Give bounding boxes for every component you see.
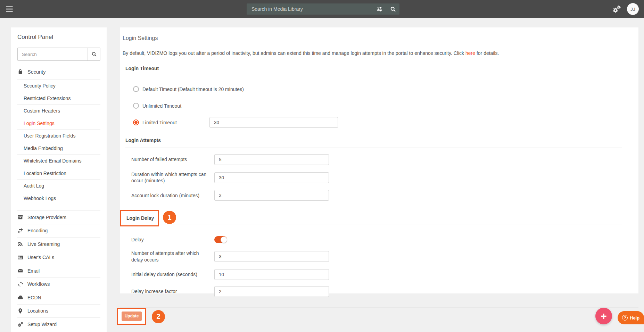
sidebar-item-label: Setup Wizard bbox=[27, 322, 57, 327]
login-delay-heading: Login Delay bbox=[126, 215, 154, 221]
delay-attempts-field: Number of attempts after which delay occ… bbox=[131, 250, 622, 263]
hamburger-menu-icon[interactable] bbox=[6, 5, 13, 13]
media-search-input[interactable] bbox=[247, 6, 373, 12]
sidebar-item-location-restriction[interactable]: Location Restriction bbox=[17, 167, 100, 179]
sidebar-item-user-registration-fields[interactable]: User Registration Fields bbox=[17, 129, 100, 142]
unlimited-timeout-option: Unlimited Timeout bbox=[133, 100, 622, 111]
login-attempts-heading: Login Attempts bbox=[125, 138, 622, 148]
sidebar-item-live-streaming[interactable]: Live Streaming bbox=[17, 237, 100, 251]
section-divider bbox=[125, 224, 622, 224]
security-subitems: Security Policy Restricted Extensions Cu… bbox=[17, 79, 100, 204]
radio-label: Default Timeout (Default timeout is 20 m… bbox=[142, 86, 244, 92]
delay-toggle[interactable] bbox=[214, 236, 227, 243]
delay-increase-factor-input[interactable] bbox=[214, 286, 329, 297]
sidebar-title: Control Panel bbox=[17, 34, 100, 41]
help-label: Help bbox=[630, 315, 639, 321]
field-label: Delay bbox=[131, 236, 214, 243]
delay-toggle-row: Delay bbox=[131, 235, 622, 244]
unlimited-timeout-radio[interactable] bbox=[133, 103, 139, 109]
swap-arrows-icon bbox=[17, 228, 23, 234]
sidebar-item-whitelisted-email-domains[interactable]: Whitelisted Email Domains bbox=[17, 154, 100, 167]
login-delay-section: Login Delay 1 bbox=[123, 210, 622, 226]
sidebar-search-icon[interactable] bbox=[88, 48, 100, 60]
account-lock-duration-input[interactable] bbox=[214, 190, 329, 201]
lock-icon bbox=[17, 69, 23, 75]
sidebar-item-label: Workflows bbox=[27, 281, 50, 287]
page-title: Login Settings bbox=[123, 35, 622, 41]
intro-text: By default, VIDIZMO logs you out after a… bbox=[123, 50, 622, 56]
account-lock-duration-field: Account lock duration (minutes) bbox=[131, 190, 622, 201]
search-icon[interactable] bbox=[386, 3, 399, 15]
sidebar-item-workflows[interactable]: Workflows bbox=[17, 277, 100, 291]
sidebar-item-custom-headers[interactable]: Custom Headers bbox=[17, 104, 100, 117]
location-pin-icon bbox=[17, 308, 23, 314]
initial-delay-duration-field: Initial delay duration (seconds) bbox=[131, 269, 622, 280]
toggle-knob bbox=[221, 236, 227, 243]
sidebar-item-audit-log[interactable]: Audit Log bbox=[17, 179, 100, 192]
field-label: Duration within which attempts can occur… bbox=[131, 171, 214, 184]
sidebar-item-email[interactable]: Email bbox=[17, 264, 100, 277]
sidebar-item-label: User's CALs bbox=[27, 255, 54, 260]
id-card-icon bbox=[17, 255, 23, 260]
sidebar-item-label: Live Streaming bbox=[27, 241, 60, 247]
sidebar-item-label: Security bbox=[27, 69, 46, 75]
delay-attempts-input[interactable] bbox=[214, 251, 329, 262]
plus-icon: + bbox=[601, 310, 607, 322]
envelope-icon bbox=[17, 268, 23, 274]
sidebar-search bbox=[17, 48, 100, 61]
question-icon: ? bbox=[622, 315, 628, 321]
field-label: Account lock duration (minutes) bbox=[131, 192, 214, 199]
media-search-bar bbox=[247, 3, 399, 15]
sidebar-item-storage-providers[interactable]: Storage Providers bbox=[17, 210, 100, 224]
radio-label: Limited Timeout bbox=[142, 120, 209, 125]
update-button[interactable]: Update bbox=[122, 312, 142, 321]
cloud-icon bbox=[17, 294, 23, 300]
sidebar-item-security[interactable]: Security bbox=[17, 64, 100, 79]
failed-attempts-input[interactable] bbox=[214, 154, 329, 165]
rss-icon bbox=[17, 241, 23, 247]
control-panel-sidebar: Control Panel Security Security Policy R… bbox=[11, 27, 107, 332]
annotation-box-1: Login Delay bbox=[120, 210, 159, 226]
limited-timeout-radio[interactable] bbox=[133, 119, 139, 125]
default-timeout-option: Default Timeout (Default timeout is 20 m… bbox=[133, 84, 622, 94]
default-timeout-radio[interactable] bbox=[133, 86, 139, 92]
timeout-options: Default Timeout (Default timeout is 20 m… bbox=[133, 84, 622, 128]
step-badge-2: 2 bbox=[152, 310, 165, 323]
delay-increase-factor-field: Delay increase factor bbox=[131, 286, 622, 297]
tune-icon[interactable] bbox=[373, 3, 386, 15]
initial-delay-duration-input[interactable] bbox=[214, 269, 329, 280]
sidebar-item-label: Encoding bbox=[27, 228, 48, 233]
add-button[interactable]: + bbox=[595, 308, 612, 324]
attempts-duration-input[interactable] bbox=[214, 172, 329, 183]
failed-attempts-field: Number of failed attempts bbox=[131, 154, 622, 165]
sidebar-item-security-policy[interactable]: Security Policy bbox=[17, 79, 100, 92]
cogs-icon bbox=[17, 321, 23, 327]
sidebar-item-webhook-logs[interactable]: Webhook Logs bbox=[17, 192, 100, 204]
radio-label: Unlimited Timeout bbox=[142, 103, 181, 109]
attempts-duration-field: Duration within which attempts can occur… bbox=[131, 171, 622, 184]
step-badge-1: 1 bbox=[163, 211, 176, 224]
sidebar-item-users-cals[interactable]: User's CALs bbox=[17, 251, 100, 264]
sidebar-item-label: Locations bbox=[27, 308, 48, 314]
limited-timeout-input[interactable] bbox=[209, 117, 338, 128]
login-timeout-heading: Login Timeout bbox=[125, 66, 622, 76]
sidebar-item-locations[interactable]: Locations bbox=[17, 304, 100, 318]
sidebar-item-encoding[interactable]: Encoding bbox=[17, 224, 100, 238]
sidebar-item-login-settings[interactable]: Login Settings bbox=[17, 117, 100, 129]
sidebar-item-label: Email bbox=[27, 268, 40, 274]
avatar[interactable]: JJ bbox=[627, 3, 639, 15]
sidebar-item-restricted-extensions[interactable]: Restricted Extensions bbox=[17, 92, 100, 104]
field-label: Delay increase factor bbox=[131, 288, 214, 294]
sidebar-item-setup-wizard[interactable]: Setup Wizard bbox=[17, 317, 100, 331]
sidebar-item-ecdn[interactable]: ECDN bbox=[17, 291, 100, 304]
cogs-icon[interactable] bbox=[612, 5, 621, 14]
sidebar-search-input[interactable] bbox=[18, 48, 88, 60]
topbar: JJ bbox=[0, 0, 644, 18]
help-button[interactable]: ? Help bbox=[618, 311, 644, 324]
sidebar-item-media-embedding[interactable]: Media Embedding bbox=[17, 142, 100, 154]
intro-before: By default, VIDIZMO logs you out after a… bbox=[123, 50, 465, 56]
limited-timeout-option: Limited Timeout bbox=[133, 117, 622, 128]
field-label: Initial delay duration (seconds) bbox=[131, 271, 214, 277]
annotation-box-2: Update bbox=[117, 308, 146, 325]
here-link[interactable]: here bbox=[465, 50, 475, 56]
